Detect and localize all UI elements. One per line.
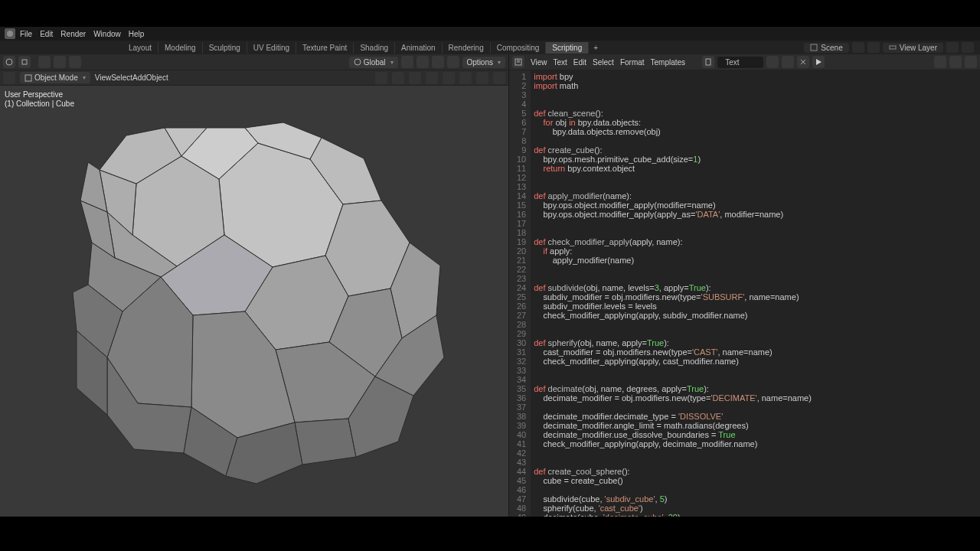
run-script-button[interactable] [812, 56, 825, 68]
syntax-toggle[interactable] [965, 56, 977, 68]
proportional-type[interactable] [447, 56, 459, 68]
svg-marker-41 [816, 59, 822, 65]
orientation-dropdown[interactable]: Global [349, 57, 398, 68]
workspace-tab-shading[interactable]: Shading [354, 42, 395, 54]
editor-type-text-icon[interactable] [512, 56, 524, 68]
snap-icon[interactable] [54, 56, 66, 68]
text-unlink-button[interactable] [782, 56, 794, 68]
svg-point-0 [7, 31, 13, 37]
workspace-tab-modeling[interactable]: Modeling [158, 42, 203, 54]
menu-file[interactable]: File [20, 30, 32, 38]
menu-render[interactable]: Render [60, 30, 86, 38]
scene-delete-button[interactable] [867, 42, 880, 53]
snap-toggle[interactable] [401, 56, 413, 68]
texteditor-menu-text[interactable]: Text [550, 58, 570, 67]
svg-rect-2 [890, 46, 896, 49]
viewport-menu-object[interactable]: Object [146, 73, 168, 82]
text-name-field[interactable]: Text [717, 57, 763, 68]
svg-point-5 [354, 59, 361, 65]
texteditor-menu-templates[interactable]: Templates [648, 58, 689, 67]
svg-rect-1 [811, 44, 817, 51]
overlay-toggle[interactable] [392, 72, 404, 84]
code-area[interactable]: import bpyimport math def clean_scene():… [531, 70, 980, 517]
text-datablock-icon[interactable] [702, 56, 714, 68]
workspace-tab-layout[interactable]: Layout [122, 42, 158, 54]
proportional-icon[interactable] [69, 56, 81, 68]
text-new-button[interactable] [766, 56, 779, 68]
editor-type-icon[interactable] [3, 56, 15, 68]
svg-marker-31 [295, 419, 356, 465]
3d-viewport-panel: Global Options Object Mode ViewSelectAdd… [0, 54, 509, 517]
scene-new-button[interactable] [852, 42, 864, 53]
workspace-tab-animation[interactable]: Animation [395, 42, 442, 54]
gizmo-toggle[interactable] [375, 72, 387, 84]
viewport-menu-add[interactable]: Add [132, 73, 146, 82]
blender-logo-icon [5, 28, 15, 39]
workspace-tab-texture-paint[interactable]: Texture Paint [296, 42, 354, 54]
svg-point-3 [6, 59, 12, 65]
viewlayer-delete-button[interactable] [962, 42, 974, 53]
main-menubar: FileEditRenderWindowHelp [0, 27, 980, 41]
workspace-add-button[interactable]: + [589, 42, 603, 54]
word-wrap-toggle[interactable] [949, 56, 962, 68]
shading-dropdown[interactable] [493, 72, 505, 84]
object-mode-icon [24, 74, 32, 82]
xray-toggle[interactable] [409, 72, 421, 84]
workspace-tab-rendering[interactable]: Rendering [443, 42, 491, 54]
texteditor-header: ViewTextEditSelectFormatTemplates Text [509, 54, 980, 70]
mesh-preview [0, 86, 508, 514]
scene-icon [810, 44, 818, 51]
svg-rect-4 [22, 60, 27, 64]
workspace-tab-compositing[interactable]: Compositing [491, 42, 547, 54]
shading-wireframe[interactable] [426, 72, 438, 84]
texteditor-menu-select[interactable]: Select [590, 58, 617, 67]
text-close-button[interactable] [797, 56, 809, 68]
svg-rect-38 [706, 59, 710, 65]
menu-help[interactable]: Help [129, 30, 145, 38]
snap-type-dropdown[interactable] [416, 56, 429, 68]
script-editor-body[interactable]: 1234567891011121314151617181920212223242… [509, 70, 980, 517]
texteditor-menu-edit[interactable]: Edit [570, 58, 590, 67]
scene-selector[interactable]: Scene [804, 43, 848, 53]
line-number-gutter: 1234567891011121314151617181920212223242… [509, 70, 531, 517]
globe-icon [354, 58, 361, 66]
line-numbers-toggle[interactable] [934, 56, 946, 68]
svg-rect-6 [25, 75, 31, 81]
mode-icon[interactable] [18, 56, 31, 68]
cursor-tool-icon[interactable] [3, 72, 15, 84]
viewlayer-selector[interactable]: View Layer [883, 43, 943, 53]
viewport-menu-view[interactable]: View [95, 73, 112, 82]
shading-rendered[interactable] [476, 72, 488, 84]
interaction-mode-dropdown[interactable]: Object Mode [20, 72, 90, 83]
3d-viewport[interactable]: User Perspective (1) Collection | Cube [0, 86, 508, 517]
pivot-icon[interactable] [38, 56, 51, 68]
text-editor-panel: ViewTextEditSelectFormatTemplates Text [509, 54, 980, 517]
workspace-tab-uv-editing[interactable]: UV Editing [247, 42, 296, 54]
workspace-tab-scripting[interactable]: Scripting [546, 42, 589, 54]
workspace-tab-sculpting[interactable]: Sculpting [203, 42, 247, 54]
viewlayer-icon [889, 44, 897, 51]
workspace-tabs: LayoutModelingSculptingUV EditingTexture… [0, 41, 980, 54]
texteditor-menu-format[interactable]: Format [617, 58, 648, 67]
shading-solid[interactable] [443, 72, 455, 84]
options-dropdown[interactable]: Options [462, 57, 505, 68]
viewlayer-new-button[interactable] [946, 42, 959, 53]
viewport-toolbar: Object Mode ViewSelectAddObject [0, 70, 508, 86]
viewport-header: Global Options [0, 54, 508, 70]
menu-edit[interactable]: Edit [40, 30, 53, 38]
texteditor-menu-view[interactable]: View [528, 58, 550, 67]
proportional-toggle[interactable] [432, 56, 444, 68]
shading-lookdev[interactable] [459, 72, 472, 84]
blender-window: FileEditRenderWindowHelp LayoutModelingS… [0, 27, 980, 517]
menu-window[interactable]: Window [93, 30, 121, 38]
viewport-menu-select[interactable]: Select [111, 73, 132, 82]
